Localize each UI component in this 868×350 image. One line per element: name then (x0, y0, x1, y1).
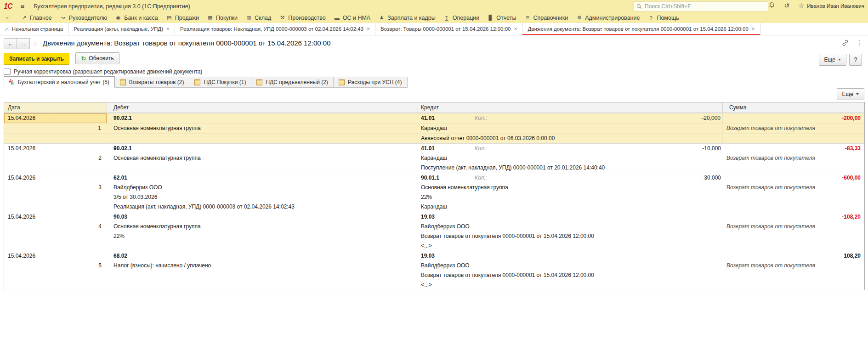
search-input[interactable] (644, 3, 756, 10)
header-debit[interactable]: Дебет (107, 102, 416, 113)
menu-salary-hr[interactable]: ♟Зарплата и кадры (374, 15, 440, 21)
cell-credit-subconto[interactable]: Карандаш (416, 153, 723, 163)
sections-settings-icon[interactable]: ≡ (0, 15, 17, 21)
close-icon[interactable]: × (367, 26, 370, 32)
menu-fixed-assets[interactable]: ▬ОС и НМА (330, 15, 374, 21)
cell-comment[interactable]: Возврат товаров от покупателя (723, 124, 864, 133)
cell-credit-subconto[interactable]: <...> (416, 241, 723, 251)
current-user[interactable]: Иванов Иван Иванович (807, 3, 864, 9)
cell-date[interactable]: 15.04.2026 (4, 173, 107, 183)
bar-chart-icon: ▊ (488, 15, 494, 21)
cell-credit-account[interactable]: 19.03 (416, 212, 723, 222)
menu-warehouse[interactable]: ▥Склад (242, 15, 275, 21)
cell-date[interactable]: 15.04.2026 (4, 144, 107, 153)
menu-help[interactable]: ?Помощь (644, 15, 683, 21)
close-icon[interactable]: × (514, 26, 517, 32)
favorite-star-icon[interactable]: ☆ (32, 40, 38, 48)
save-and-close-button[interactable]: Записать и закрыть (4, 53, 69, 65)
link-icon[interactable] (842, 40, 849, 46)
more-menu-icon[interactable]: ⋮ (856, 39, 862, 46)
cell-comment[interactable]: Возврат товаров от покупателя (723, 183, 864, 192)
cell-credit-account[interactable]: 19.03 (416, 251, 723, 261)
cell-credit-subconto[interactable]: Вайлдберриз ООО (416, 261, 723, 271)
refresh-button[interactable]: ↻Обновить (75, 52, 119, 64)
cell-sum[interactable]: -200,00 (723, 113, 864, 123)
cell-comment[interactable]: Возврат товаров от покупателя (723, 222, 864, 231)
cell-debit-account[interactable]: 62.01 (107, 173, 416, 183)
menu-main[interactable]: ↗Главное (17, 15, 56, 21)
tab-vat-purchases[interactable]: НДС Покупки (1) (189, 77, 251, 88)
menu-administration[interactable]: ⚙Администрирование (572, 15, 644, 21)
forward-button[interactable]: → (17, 38, 30, 49)
tab-home[interactable]: ⌂Начальная страница (0, 23, 68, 35)
cell-debit-subconto[interactable]: Реализация (акт, накладная, УПД) 0000-00… (107, 202, 416, 212)
menu-bank-cash[interactable]: ◉Банк и касса (111, 15, 162, 21)
cell-credit-account[interactable]: 41.01Кол.:-10,000 (416, 144, 723, 153)
more-button[interactable]: Еще (819, 54, 846, 66)
cell-credit-account[interactable]: 41.01Кол.:-20,000 (416, 113, 723, 123)
tab-realization-doc[interactable]: Реализация товаров: Накладная, УПД 0000-… (175, 23, 375, 35)
back-button[interactable]: ← (4, 38, 17, 49)
cell-debit-subconto[interactable]: 3/5 от 30.03.2026 (107, 192, 416, 202)
help-button[interactable]: ? (849, 54, 862, 66)
close-icon[interactable]: × (166, 26, 170, 32)
history-icon[interactable]: ↺ (784, 2, 789, 9)
menu-references[interactable]: ≣Справочники (520, 15, 572, 21)
menu-sales[interactable]: ▤Продажи (162, 15, 203, 21)
cell-date[interactable]: 15.04.2026 (4, 251, 107, 261)
cell-sum[interactable]: -600,00 (723, 173, 864, 183)
table-more-button[interactable]: Еще (837, 88, 864, 100)
cell-debit-subconto[interactable]: Основная номенклатурная группа (107, 124, 416, 133)
global-search[interactable] (633, 1, 768, 11)
cell-debit-subconto[interactable]: Основная номенклатурная группа (107, 153, 416, 163)
cell-debit-subconto[interactable]: 22% (107, 231, 416, 241)
tab-label: Возвраты товаров (2) (129, 79, 184, 85)
cell-sum[interactable]: -108,20 (723, 212, 864, 222)
tab-realization-list[interactable]: Реализация (акты, накладные, УПД)× (68, 23, 175, 35)
menu-purchases[interactable]: ▦Покупки (203, 15, 242, 21)
menu-production[interactable]: ⚒Производство (275, 15, 330, 21)
menu-operations[interactable]: ∑Операции (440, 15, 483, 21)
cell-credit-subconto[interactable]: Основная номенклатурная группа (416, 183, 723, 192)
cell-debit-account[interactable]: 90.02.1 (107, 144, 416, 153)
notifications-bell-icon[interactable] (769, 2, 775, 10)
cell-credit-subconto[interactable]: 22% (416, 192, 723, 202)
header-credit[interactable]: Кредит (416, 102, 723, 113)
cell-credit-subconto[interactable]: Возврат товаров от покупателя 0000-00000… (416, 271, 723, 280)
cell-date[interactable]: 15.04.2026 (4, 113, 107, 123)
cell-debit-subconto[interactable]: Вайлдберриз ООО (107, 183, 416, 192)
tab-accounting-tax[interactable]: ДтКт Бухгалтерский и налоговый учет (5) (4, 76, 115, 88)
cell-credit-subconto[interactable]: Карандаш (416, 124, 723, 133)
menu-reports[interactable]: ▊Отчеты (483, 15, 520, 21)
tab-return-doc[interactable]: Возврат: Товары 0000-000001 от 15.04.202… (375, 23, 522, 35)
cell-debit-subconto[interactable]: Основная номенклатурная группа (107, 222, 416, 231)
manual-adjustment-checkbox[interactable] (4, 68, 11, 75)
cell-debit-subconto[interactable]: Налог (взносы): начислено / уплачено (107, 261, 416, 271)
tab-vat-presented[interactable]: НДС предъявленный (2) (251, 77, 333, 88)
close-icon[interactable]: × (752, 26, 755, 32)
tab-usn-expenses[interactable]: Расходы при УСН (4) (334, 77, 408, 88)
cell-credit-account[interactable]: 90.01.1Кол.:-30,000 (416, 173, 723, 183)
cell-credit-subconto[interactable]: <...> (416, 280, 723, 290)
tab-goods-returns[interactable]: Возвраты товаров (2) (115, 77, 190, 88)
cell-credit-subconto[interactable]: Карандаш (416, 202, 723, 212)
cell-debit-account[interactable]: 90.03 (107, 212, 416, 222)
header-sum[interactable]: Сумма (723, 102, 864, 113)
favorites-star-icon[interactable]: ☆ (798, 2, 804, 9)
cell-credit-subconto[interactable]: Возврат товаров от покупателя 0000-00000… (416, 231, 723, 241)
cell-sum[interactable]: -83,33 (723, 144, 864, 153)
cell-comment[interactable]: Возврат товаров от покупателя (723, 261, 864, 271)
tab-document-movements[interactable]: Движения документа: Возврат товаров от п… (522, 23, 760, 35)
cell-debit-account[interactable]: 68.02 (107, 251, 416, 261)
header-date[interactable]: Дата (4, 102, 107, 113)
cell-credit-subconto[interactable]: Авансовый отчет 0000-000001 от 06.03.202… (416, 134, 723, 143)
tab-label: Движения документа: Возврат товаров от п… (528, 26, 748, 32)
cell-credit-subconto[interactable]: Поступление (акт, накладная, УПД) 0000-0… (416, 163, 723, 173)
menu-manager[interactable]: ↝Руководителю (56, 15, 111, 21)
cell-comment[interactable]: Возврат товаров от покупателя (723, 153, 864, 163)
main-menu-icon[interactable]: ≡ (20, 2, 24, 10)
cell-date[interactable]: 15.04.2026 (4, 212, 107, 222)
cell-debit-account[interactable]: 90.02.1 (107, 113, 416, 123)
cell-sum[interactable]: 108,20 (723, 251, 864, 261)
cell-credit-subconto[interactable]: Вайлдберриз ООО (416, 222, 723, 231)
